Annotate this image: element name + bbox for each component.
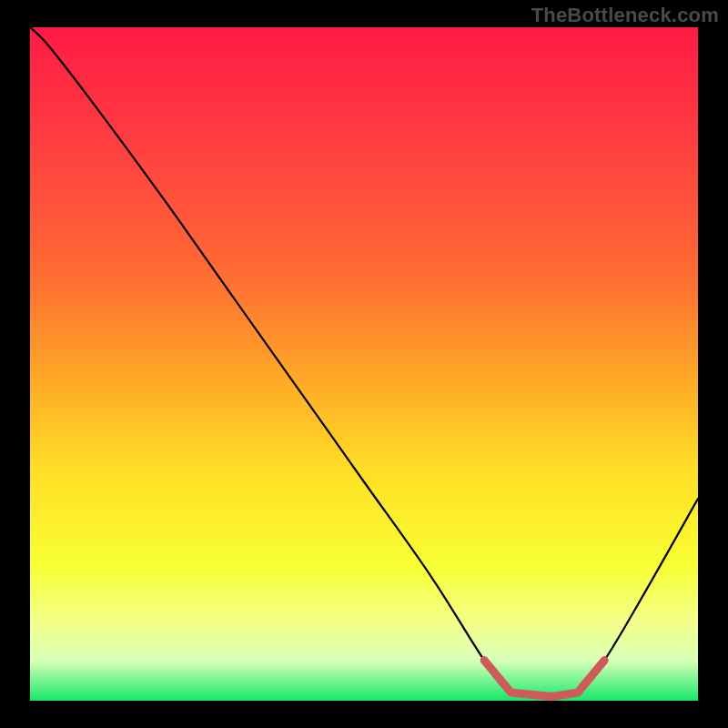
gradient-background: [30, 27, 698, 701]
chart-frame: TheBottleneck.com: [0, 0, 728, 728]
bottleneck-chart: [30, 27, 698, 701]
plot-area: [30, 27, 698, 701]
watermark-text: TheBottleneck.com: [531, 4, 719, 27]
